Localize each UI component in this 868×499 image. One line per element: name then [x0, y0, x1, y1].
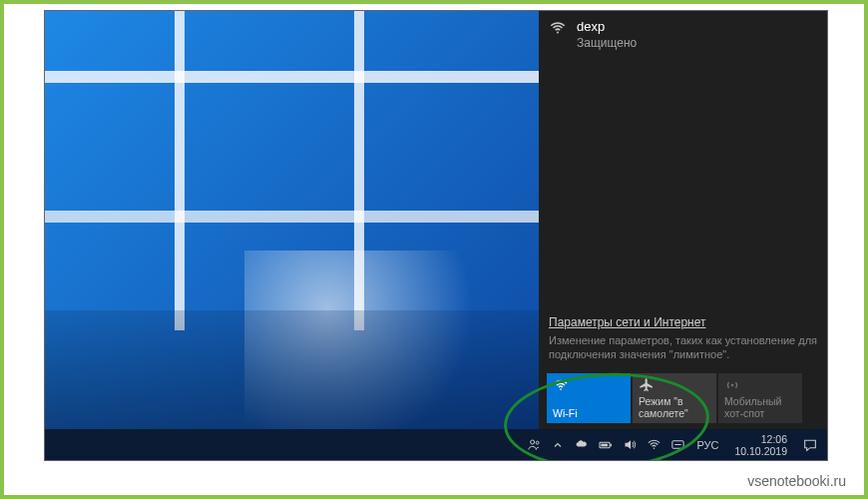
input-indicator-icon[interactable] — [666, 429, 688, 460]
wifi-tile[interactable]: Wi-Fi — [547, 373, 631, 423]
airplane-tile-label: Режим "в самолете" — [639, 395, 710, 419]
taskbar: РУС 12:06 10.10.2019 — [45, 429, 827, 460]
wifi-ssid-label: dexp — [577, 19, 637, 34]
desktop-wallpaper — [45, 11, 539, 460]
wifi-icon — [549, 19, 567, 37]
onedrive-icon[interactable] — [571, 429, 593, 460]
svg-point-3 — [531, 440, 535, 444]
hotspot-icon — [724, 377, 796, 393]
action-center-icon[interactable] — [797, 429, 823, 460]
airplane-mode-tile[interactable]: Режим "в самолете" — [633, 373, 716, 423]
wifi-tile-label: Wi-Fi — [553, 407, 625, 419]
clock-date: 10.10.2019 — [734, 445, 787, 457]
svg-point-2 — [731, 384, 734, 387]
svg-rect-7 — [602, 443, 609, 446]
svg-rect-6 — [611, 443, 612, 446]
hotspot-tile-label: Мобильный хот-спот — [724, 395, 796, 419]
language-indicator[interactable]: РУС — [690, 429, 724, 460]
svg-point-4 — [536, 441, 539, 444]
mobile-hotspot-tile[interactable]: Мобильный хот-спот — [718, 373, 802, 423]
wifi-status-label: Защищено — [577, 36, 637, 50]
people-icon[interactable] — [523, 429, 545, 460]
svg-point-0 — [557, 32, 559, 34]
network-flyout-panel: dexp Защищено Параметры сети и Интернет … — [539, 11, 827, 429]
network-settings-link[interactable]: Параметры сети и Интернет — [549, 315, 706, 331]
quick-action-tiles: Wi-Fi Режим "в самолете" — [547, 373, 802, 423]
airplane-icon — [639, 377, 710, 393]
watermark-text: vsenotebooki.ru — [747, 473, 846, 489]
network-settings-description: Изменение параметров, таких как установл… — [549, 333, 818, 361]
wifi-tray-icon[interactable] — [643, 429, 664, 460]
wifi-network-entry[interactable]: dexp Защищено — [539, 11, 827, 58]
clock-time: 12:06 — [761, 433, 787, 445]
system-tray: РУС 12:06 10.10.2019 — [523, 429, 827, 460]
svg-point-8 — [653, 448, 655, 450]
svg-point-1 — [560, 388, 562, 390]
wifi-icon — [553, 377, 625, 393]
battery-icon[interactable] — [595, 429, 617, 460]
tray-overflow-chevron-icon[interactable] — [547, 429, 569, 460]
clock[interactable]: 12:06 10.10.2019 — [726, 429, 795, 460]
volume-icon[interactable] — [619, 429, 641, 460]
screenshot-frame: dexp Защищено Параметры сети и Интернет … — [44, 10, 828, 461]
